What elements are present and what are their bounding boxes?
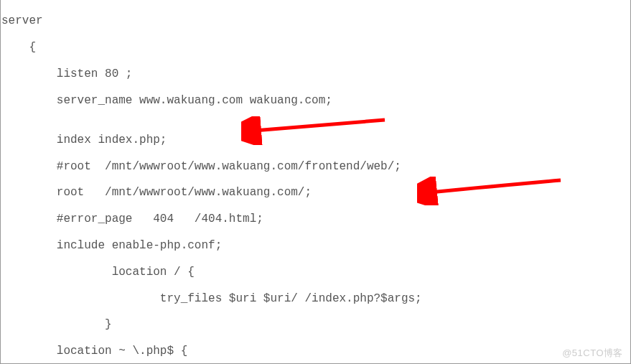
code-line: server — [1, 14, 630, 27]
nginx-config-code: server { listen 80 ; server_name www.wak… — [1, 0, 630, 364]
code-line: server_name www.wakuang.com wakuang.com; — [1, 94, 630, 107]
code-line: root /mnt/wwwroot/www.wakuang.com/; — [1, 186, 630, 199]
code-line: } — [1, 318, 630, 331]
code-line: include enable-php.conf; — [1, 239, 630, 252]
watermark: @51CTO博客 — [562, 348, 623, 359]
code-line: #root /mnt/wwwroot/www.wakuang.com/front… — [1, 160, 630, 173]
code-line: listen 80 ; — [1, 67, 630, 80]
code-line: index index.php; — [1, 134, 630, 146]
code-line: { — [1, 41, 630, 54]
code-line: location ~ \.php$ { — [1, 345, 630, 358]
code-line: try_files $uri $uri/ /index.php?$args; — [1, 292, 630, 305]
code-line: location / { — [1, 266, 630, 279]
code-line: #error_page 404 /404.html; — [1, 213, 630, 225]
